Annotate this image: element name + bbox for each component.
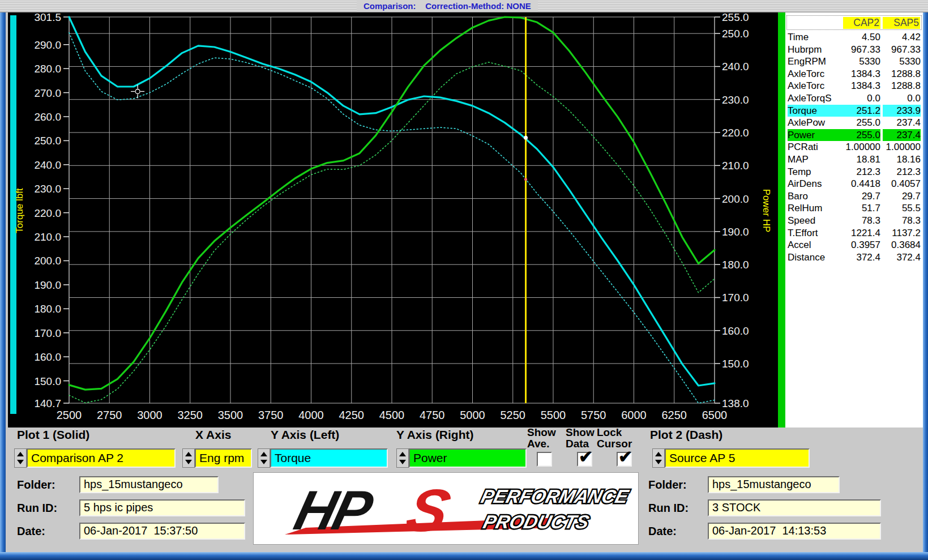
left-axis-tick-label: 180.0 [34,303,61,315]
left-axis-tick-label: 240.0 [34,159,61,171]
sap5-value: 4.42 [883,31,921,44]
cap2-value: 1384.3 [843,80,880,92]
date-label-right: Date: [648,525,677,538]
table-row: Distance372.4372.4 [785,251,923,264]
date-field-left[interactable]: 06-Jan-2017 15:37:50 [79,523,245,540]
right-axis-tick-label: 240.0 [722,61,749,72]
channel-label: T.Effort [788,227,843,240]
channel-label: Hubrpm [788,44,843,56]
sap5-value: 237.4 [883,117,921,129]
left-axis-tick-label: 270.0 [34,87,61,99]
cursor-marker-dash [524,178,527,181]
sap5-value: 372.4 [883,251,921,264]
plot2-spinner[interactable] [652,448,665,468]
cap2-value: 0.4418 [843,178,880,190]
y-axis-left-spinner[interactable] [258,448,270,468]
cap2-value: 29.7 [843,190,880,203]
right-axis-tick-label: 160.0 [722,325,749,337]
right-axis-tick-label: 220.0 [722,127,749,139]
table-row: Accel0.39570.3684 [785,239,923,251]
plot1-select[interactable]: Comparison AP 2 [27,448,176,468]
cap2-value: 251.2 [843,105,880,117]
channel-label: Torque [788,105,843,117]
channel-label: AxlePow [788,117,843,129]
table-row: AxlePow255.0237.4 [785,117,923,129]
y-axis-right-select[interactable]: Power [409,448,527,468]
hps-logo-graphic: HP S PERFORMANCE PRODUCTS [254,473,638,544]
table-row: RelHum51.755.5 [785,202,923,215]
channel-label: Distance [788,251,843,264]
cursor-marker-solid [524,136,528,140]
x-axis-tick-label: 5000 [460,409,485,421]
channel-label: AirDens [788,178,843,190]
x-axis-tick-label: 5500 [541,409,566,421]
titlebar: Comparison: Correction-Method: NONE [0,0,928,12]
channel-label: PCRati [788,141,843,153]
sap5-value: 1288.8 [883,80,921,92]
run-id-field-left[interactable]: 5 hps ic pipes [79,499,245,516]
cap2-value: 212.3 [843,166,880,178]
down-arrow-icon [260,460,267,464]
sap5-value: 0.3684 [883,239,921,251]
table-row: MAP18.8118.16 [785,153,923,166]
right-axis-color-strip [778,12,785,428]
lock-cursor-checkbox[interactable]: ✔ [617,452,632,467]
show-data-checkbox[interactable]: ✔ [577,452,592,467]
left-axis-tick-label: 190.0 [34,279,61,291]
cap2-value: 1384.3 [843,68,880,80]
date-field-right[interactable]: 06-Jan-2017 14:13:53 [708,523,881,540]
left-axis-tick-label: 301.5 [34,12,61,23]
sap5-value: 0.0 [883,92,921,105]
folder-field-right[interactable]: hps_15mustangeco [708,476,840,493]
cap2-value: 78.3 [843,215,880,227]
x-axis-select[interactable]: Eng rpm [195,448,252,468]
x-axis-header: X Axis [195,428,231,442]
data-panel: CAP2 SAP5 Time4.504.42Hubrpm967.33967.33… [785,12,923,428]
right-axis-tick-label: 210.0 [722,160,749,172]
run-id-label-left: Run ID: [17,502,57,515]
cap2-value: 51.7 [843,202,880,215]
left-axis-tick-label: 220.0 [34,207,61,219]
logo-performance-text: PERFORMANCE [479,486,631,506]
sap5-value: 212.3 [883,166,921,178]
y-axis-right-spinner[interactable] [396,448,409,468]
down-arrow-icon [655,460,662,464]
right-axis-tick-label: 150.0 [722,358,749,370]
plot1-header: Plot 1 (Solid) [17,428,89,442]
correction-method-label: Correction-Method: NONE [425,1,531,11]
cap2-value: 255.0 [843,117,880,129]
sap5-value: 1.00000 [883,141,921,153]
x-axis-tick-label: 4750 [420,409,445,421]
sap5-value: 1288.8 [883,68,921,80]
sap5-value: 78.3 [883,215,921,227]
x-axis-tick-label: 6500 [702,409,728,421]
show-ave-checkbox[interactable] [537,452,552,467]
channel-label: AxleTorc [788,80,843,92]
table-row: AirDens0.44180.4057 [785,178,923,190]
dyno-chart[interactable]: 301.5290.0280.0270.0260.0250.0240.0230.0… [8,12,778,428]
channel-label: Temp [788,166,843,178]
left-axis-tick-label: 170.0 [34,327,61,339]
table-row: AxleTorc1384.31288.8 [785,80,923,92]
left-axis-tick-label: 290.0 [34,39,61,51]
right-axis-tick-label: 170.0 [722,292,749,303]
x-axis-spinner[interactable] [182,448,195,468]
run-id-field-right[interactable]: 3 STOCK [708,499,881,516]
x-axis-tick-label: 3500 [218,409,243,421]
titlebar-text: Comparison: Correction-Method: NONE [357,0,538,12]
cap2-value: 967.33 [843,44,880,56]
y-axis-left-select[interactable]: Torque [270,448,388,468]
folder-field-left[interactable]: hps_15mustangeco [79,476,219,493]
plot1-spinner[interactable] [14,448,27,468]
right-axis-title: Power HP [761,189,772,233]
left-axis-title: Torque lbft [14,188,25,233]
left-axis-tick-label: 250.0 [34,135,61,147]
sap5-value: 967.33 [883,44,921,56]
plot2-select[interactable]: Source AP 5 [665,448,810,468]
right-axis-tick-label: 255.0 [722,12,749,23]
check-icon: ✔ [579,447,593,467]
data-panel-header: CAP2 SAP5 [786,15,922,30]
plot1-combo: Comparison AP 2 [14,448,176,468]
run-id-label-right: Run ID: [648,502,688,515]
logo-s-text: S [400,477,457,544]
